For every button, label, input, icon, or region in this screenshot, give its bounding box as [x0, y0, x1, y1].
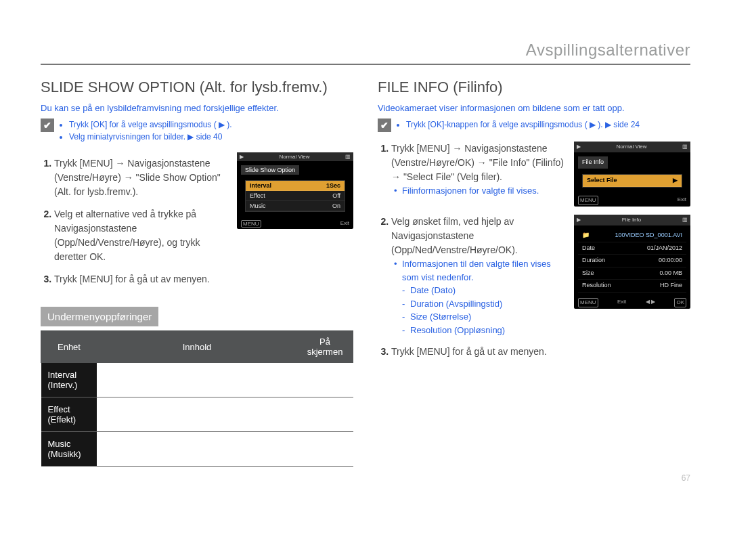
play-icon: ▶ — [577, 216, 581, 224]
left-steps-row: Trykk [MENU] → Navigasjonstastene (Venst… — [41, 152, 353, 295]
cell-content — [97, 432, 296, 467]
cell-screen — [297, 363, 353, 397]
shot-body: File Info Select File ▶ — [574, 152, 690, 194]
step-2: Velg ønsket film, ved hjelp av Navigasjo… — [391, 215, 690, 337]
step-1: Trykk [MENU] → Navigasjonstastene (Venst… — [391, 142, 690, 207]
check-icon: ✔ — [41, 119, 54, 132]
right-note: ✔ Trykk [OK]-knappen for å velge avspill… — [378, 119, 690, 132]
shot-header: ▶ Normal View ▥ — [237, 152, 353, 161]
battery-icon: ▥ — [345, 154, 351, 160]
right-column: FILE INFO (Filinfo) Videokameraet viser … — [378, 74, 690, 467]
info-key: Size — [582, 269, 594, 278]
file-name: 100VIDEO SD_0001.AVI — [615, 231, 682, 240]
step-2-sub-lead: Informasjonen til den valgte filen vises… — [391, 257, 566, 284]
menu-badge: MENU — [241, 220, 261, 228]
option-row: Interval 1Sec — [246, 181, 345, 191]
option-list: Interval 1Sec Effect Off Music On — [245, 180, 345, 212]
play-icon: ▶ — [577, 143, 581, 151]
opt-label: Effect — [250, 192, 265, 199]
battery-icon: ▥ — [682, 143, 688, 151]
left-note-list: Trykk [OK] for å velge avspillingsmodus … — [60, 119, 232, 143]
info-size: Size (Størrelse) — [391, 310, 566, 324]
step-1-sub: Filinformasjonen for valgte fil vises. — [391, 184, 566, 198]
info-value: 01/JAN/2012 — [647, 244, 682, 253]
opt-value: 1Sec — [326, 182, 340, 189]
cell-item: Interval (Interv.) — [41, 363, 97, 397]
th-content: Innhold — [97, 331, 296, 363]
exit-label: Exit — [340, 220, 349, 228]
opt-label: Interval — [250, 182, 271, 189]
cell-content — [97, 397, 296, 432]
note-line: Velg miniatyrvisningen for bilder. ▶ sid… — [69, 131, 232, 143]
cell-screen — [297, 432, 353, 467]
shot-footer: MENU Exit — [237, 219, 353, 229]
submenu-table: Enhet Innhold På skjermen Interval (Inte… — [41, 330, 353, 467]
info-value: HD Fine — [660, 281, 682, 290]
panel-title: Slide Show Option — [241, 165, 299, 175]
info-duration: Duration (Avspillingstid) — [391, 297, 566, 311]
left-lead: Du kan se på en lysbildeframvisning med … — [41, 103, 353, 113]
option-row: Select File ▶ — [583, 175, 682, 188]
right-steps: Trykk [MENU] → Navigasjonstastene (Venst… — [378, 142, 690, 359]
cell-item: Effect (Effekt) — [41, 397, 97, 432]
th-screen: På skjermen — [297, 331, 353, 363]
move-hint: ◀ ▶ — [646, 298, 655, 307]
step-3: Trykk [MENU] for å gå ut av menyen. — [391, 345, 690, 359]
shot-title: Normal View — [279, 154, 309, 160]
note-line: Trykk [OK]-knappen for å velge avspillin… — [406, 119, 640, 131]
note-line: Trykk [OK] for å velge avspillingsmodus … — [69, 119, 232, 131]
opt-value: On — [332, 202, 340, 209]
step-2-text: Velg ønsket film, ved hjelp av Navigasjo… — [391, 216, 518, 255]
cell-item: Music (Musikk) — [41, 432, 97, 467]
option-list: Select File ▶ — [582, 174, 682, 188]
page-number: 67 — [41, 473, 690, 483]
opt-value: Off — [332, 192, 340, 199]
manual-page: Avspillingsalternativer SLIDE SHOW OPTIO… — [0, 0, 731, 503]
info-value: 0.00 MB — [659, 269, 682, 278]
info-key: Resolution — [582, 281, 611, 290]
left-column: SLIDE SHOW OPTION (Alt. for lysb.fremv.)… — [41, 74, 353, 467]
cell-screen — [297, 397, 353, 432]
header-bar: Avspillingsalternativer — [41, 41, 690, 65]
info-row: Resolution HD Fine — [578, 280, 686, 293]
ok-badge: OK — [674, 298, 686, 307]
panel-title: File Info — [578, 156, 608, 169]
screenshot-fileinfo-detail: ▶ File Info ▥ 📁 100VIDEO SD_0001.AVI — [574, 215, 690, 309]
info-row: Size 0.00 MB — [578, 267, 686, 280]
battery-icon: ▥ — [682, 216, 688, 224]
table-row: Interval (Interv.) — [41, 363, 353, 397]
step-1-text: Trykk [MENU] → Navigasjonstastene (Venst… — [391, 143, 564, 182]
check-icon: ✔ — [378, 119, 391, 132]
menu-badge: MENU — [578, 298, 598, 307]
step-1: Trykk [MENU] → Navigasjonstastene (Venst… — [54, 156, 229, 199]
shot-title: File Info — [622, 216, 641, 224]
info-resolution: Resolution (Oppløsning) — [391, 324, 566, 337]
option-row: Music On — [246, 201, 345, 211]
th-item: Enhet — [41, 331, 97, 363]
right-lead: Videokameraet viser informasjonen om bil… — [378, 103, 690, 113]
shot-header: ▶ Normal View ▥ — [574, 142, 690, 152]
screenshot-slideshow: ▶ Normal View ▥ Slide Show Option Interv… — [237, 152, 353, 229]
exit-label: Exit — [678, 196, 686, 205]
step-2: Velg et alternative ved å trykke på Navi… — [54, 207, 229, 264]
opt-label: Select File — [587, 176, 617, 186]
step-3: Trykk [MENU] for å gå ut av menyen. — [54, 272, 229, 286]
shot-body: 📁 100VIDEO SD_0001.AVI Date 01/JAN/2012 … — [574, 225, 690, 297]
page-title: Avspillingsalternativer — [526, 41, 690, 59]
info-key: Duration — [582, 256, 605, 265]
right-heading: FILE INFO (Filinfo) — [378, 79, 690, 96]
play-icon: ▶ — [240, 154, 244, 160]
info-value: 00:00:00 — [659, 256, 682, 265]
table-row: Effect (Effekt) — [41, 397, 353, 432]
folder-icon: 📁 — [582, 231, 590, 240]
menu-badge: MENU — [578, 196, 598, 205]
exit-label: Exit — [617, 298, 626, 307]
cell-content — [97, 363, 296, 397]
info-key: Date — [582, 244, 595, 253]
submenu-heading: Undermenyoppføringer — [41, 307, 158, 326]
left-note: ✔ Trykk [OK] for å velge avspillingsmodu… — [41, 119, 353, 143]
shot-body: Slide Show Option Interval 1Sec Effect O… — [237, 161, 353, 219]
right-note-list: Trykk [OK]-knappen for å velge avspillin… — [397, 119, 640, 131]
info-row: Duration 00:00:00 — [578, 255, 686, 267]
file-name-row: 📁 100VIDEO SD_0001.AVI — [578, 230, 686, 242]
